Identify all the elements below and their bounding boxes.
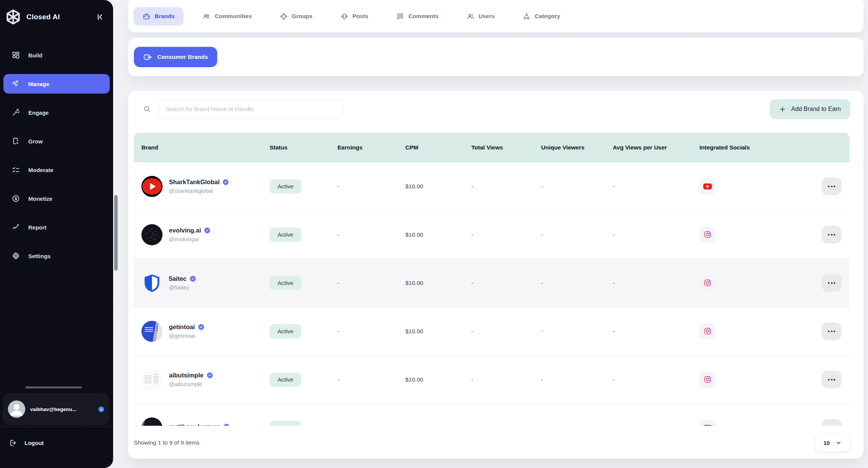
sidebar-item-engage[interactable]: Engage [3,103,110,122]
brand-avatar [141,272,163,294]
row-actions-button[interactable] [822,274,842,292]
brand-name: getintoai [169,323,195,331]
consumer-brands-label: Consumer Brands [157,54,208,60]
sidebar-item-build[interactable]: Build [3,45,110,65]
sidebar-item-label: Moderate [28,167,54,173]
tab-communities[interactable]: Communities [193,7,261,26]
unique-viewers-value: - [534,183,605,190]
sidebar-item-report[interactable]: Report [3,217,110,237]
search-input[interactable] [159,99,344,119]
row-actions-button[interactable] [822,226,842,243]
earnings-value: - [330,280,398,286]
brand-name: SharkTankGlobal [169,179,219,186]
page-size-select[interactable]: 10 [815,434,850,452]
brand-avatar [141,176,163,197]
user-email: vaibhav@begenu... [30,406,77,412]
brand-name: 5aitec [169,275,187,282]
tab-label: Brands [155,13,175,20]
unique-viewers-value: - [534,280,605,286]
communities-icon [202,12,210,20]
earnings-value: - [330,231,398,238]
col-header-total-views: Total Views [464,144,534,151]
tab-brands[interactable]: Brands [133,7,184,26]
status-badge: Active [270,276,301,290]
brand-name: aibutsimple [169,372,204,379]
tab-label: Users [478,13,495,20]
col-header-avg-views: Avg Views per User [605,144,692,151]
avg-views-value: - [605,280,692,286]
total-views-value: - [464,231,534,238]
sidebar-item-monetize[interactable]: $ Monetize [3,189,110,208]
row-actions-button[interactable] [822,419,842,426]
sidebar-item-grow[interactable]: Grow [3,131,110,151]
col-header-brand: Brand [134,144,262,151]
cpm-value: $10.00 [398,280,464,286]
grid-icon [12,51,20,59]
logout-button[interactable]: Logout [9,439,44,447]
add-brand-button[interactable]: Add Brand to Earn [770,99,850,119]
cpm-value: $10.00 [398,231,464,238]
table-row: matthew_berman Active $10.00 [134,404,850,426]
brand-name: matthew_berman [169,423,220,426]
row-actions-button[interactable] [822,177,842,195]
table-row: evolving.ai @evolvingai Active - $10.00 … [134,211,850,259]
comments-icon [396,12,404,20]
cpm-value: $10.00 [398,328,464,335]
brand-name: evolving.ai [169,227,201,234]
cpm-value: $10.00 [398,376,464,383]
cpm-value: $10.00 [398,183,464,190]
sidebar-item-settings[interactable]: Settings [3,246,110,266]
trend-icon [12,223,20,231]
posts-icon [340,12,348,20]
status-badge: Active [270,324,301,339]
tab-users[interactable]: Users [457,7,504,26]
consumer-brands-button[interactable]: Consumer Brands [134,47,217,67]
col-header-socials: Integrated Socials [692,144,790,151]
briefcase-icon [143,12,150,20]
sidebar-item-label: Monetize [28,196,52,202]
wallet-arrow-icon [143,53,152,61]
pagination-summary: Showing 1 to 9 of 9 items [134,439,199,446]
chevron-down-icon [836,440,842,446]
row-actions-button[interactable] [822,371,842,388]
user-account-card[interactable]: vaibhav@begenu... [3,393,109,425]
instagram-icon [699,227,715,243]
page-scrollbar-thumb[interactable] [114,195,118,271]
sidebar-divider-bar [25,386,82,388]
status-badge: Active [270,421,301,426]
table-toolbar: Add Brand to Earn [134,99,850,119]
youtube-icon [699,179,715,194]
row-actions-button[interactable] [822,322,842,340]
avg-views-value: - [605,183,692,190]
phone-play-icon [12,137,20,145]
sidebar-item-label: Settings [28,253,51,259]
col-header-unique-viewers: Unique Viewers [534,144,605,151]
tab-groups[interactable]: Groups [271,7,322,26]
collapse-sidebar-icon[interactable] [94,11,106,23]
tab-category[interactable]: Category [514,7,569,26]
nodes-icon [12,80,20,88]
earnings-value: - [330,376,398,383]
avg-views-value: - [605,376,692,383]
sidebar-item-label: Engage [28,109,49,116]
sidebar-item-manage[interactable]: Manage [3,74,110,94]
tab-posts[interactable]: Posts [331,7,377,26]
sidebar-item-moderate[interactable]: Moderate [3,160,110,180]
sidebar: Closed AI Build [0,0,113,468]
filter-bar: Consumer Brands [128,38,863,76]
dollar-circle-icon: $ [12,194,20,203]
tab-label: Comments [408,13,439,20]
tab-label: Category [535,13,560,20]
brand-handle: @5aitec [169,285,196,291]
table-row: aibutsimple @aibutsimple Active - $10.00… [134,356,850,404]
instagram-icon [699,372,715,388]
verified-badge-icon [98,406,104,413]
add-brand-label: Add Brand to Earn [791,106,841,112]
tab-comments[interactable]: Comments [387,7,448,26]
gear-icon [12,252,20,260]
sidebar-item-label: Report [28,224,46,231]
col-header-cpm: CPM [398,144,464,151]
earnings-value: - [330,328,398,335]
app-window: Closed AI Build [0,0,868,468]
user-avatar [8,400,25,418]
